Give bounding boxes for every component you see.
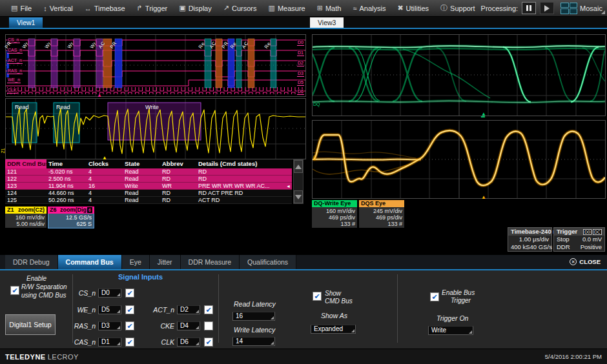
support-icon: ⓘ bbox=[440, 3, 448, 13]
tab-view3[interactable]: View3 bbox=[310, 17, 344, 28]
dq-write-eye-descriptor[interactable]: DQ-Write Eye 160 mV/div 469 ps/div 133 # bbox=[312, 200, 357, 228]
table-row-selected[interactable]: 12311.904 ns16WriteWR PRE WR WR WR WR AC… bbox=[5, 183, 292, 190]
tab-view1[interactable]: View1 bbox=[9, 17, 43, 28]
write-region-label: Write bbox=[145, 104, 159, 110]
menu-file[interactable]: ▤File bbox=[5, 0, 37, 17]
digital1-setup-button[interactable]: Digital1 Setup bbox=[5, 314, 56, 335]
table-header-bus: DDR Cmd Bus bbox=[5, 159, 46, 168]
ras-label: RAS_n bbox=[65, 322, 96, 330]
rw-separation-checkbox[interactable] bbox=[10, 286, 19, 295]
menu-vertical[interactable]: ↕Vertical bbox=[37, 0, 79, 17]
tab-jitter[interactable]: Jitter bbox=[150, 255, 181, 269]
pause-button[interactable] bbox=[522, 2, 536, 14]
dqs-eye-descriptor[interactable]: DQS Eye 245 mV/div 469 ps/div 133 # bbox=[359, 200, 404, 228]
cas-enable-checkbox[interactable] bbox=[125, 338, 134, 347]
zoom-trace-panel[interactable]: Read Read Write bbox=[5, 98, 306, 159]
file-icon: ▤ bbox=[11, 4, 17, 12]
tab-qualifications[interactable]: Qualifications bbox=[240, 255, 296, 269]
dqs-center-marker: ▲ bbox=[481, 195, 486, 200]
tab-ddr-debug[interactable]: DDR Debug bbox=[5, 255, 58, 269]
tab-command-bus[interactable]: Command Bus bbox=[58, 255, 122, 269]
ddr-debug-dialog: DDR Debug Command Bus Eye Jitter DDR Mea… bbox=[0, 255, 607, 349]
scroll-up-button[interactable] bbox=[294, 160, 303, 173]
table-header-abbrev: Abbrev bbox=[160, 159, 196, 168]
timebase-descriptor[interactable]: Timebase-240 ns 1.00 µs/div 400 kS40 GS/… bbox=[508, 227, 552, 252]
timebase-scale: 1.00 µs/div bbox=[519, 236, 549, 243]
processing-cluster: Processing: Mosaic Gesture Undo ↶ bbox=[481, 1, 607, 15]
read-latency-dropdown[interactable]: 16 bbox=[232, 312, 275, 321]
show-cmd-bus-checkbox[interactable] bbox=[313, 292, 322, 301]
close-button[interactable]: ✕ CLOSE bbox=[570, 258, 601, 265]
waveform-display-area: CS_n CAS_n ACT_n RAS_n WE_n CLK D0 D1 D2… bbox=[0, 29, 607, 255]
z6-name: Z6 bbox=[50, 207, 57, 214]
ras-enable-checkbox[interactable] bbox=[125, 321, 134, 330]
clk-source-dropdown[interactable]: D6 bbox=[177, 338, 200, 347]
enable-bus-trigger-checkbox[interactable] bbox=[430, 292, 439, 301]
tab-ddr-measure[interactable]: DDR Measure bbox=[181, 255, 240, 269]
table-row[interactable]: 12550.260 ns4ReadRDACT RD bbox=[5, 197, 292, 204]
timebase-rate: 40 GS/s bbox=[530, 243, 552, 251]
trigger-coupling-badge: DC bbox=[593, 229, 602, 235]
table-row[interactable]: 12444.660 ns4ReadRDRD ACT PRE RD bbox=[5, 190, 292, 197]
mosaic-selector[interactable]: Mosaic bbox=[558, 2, 605, 15]
menu-timebase[interactable]: ↔Timebase bbox=[79, 0, 131, 17]
menu-analysis[interactable]: ≈Analysis bbox=[347, 0, 391, 17]
table-scrollbar[interactable] bbox=[293, 159, 304, 204]
trigger-descriptor[interactable]: TriggerD0DC Stop0.0 mV DDRPositive bbox=[553, 227, 605, 252]
menu-file-label: File bbox=[20, 5, 32, 12]
cke-source-dropdown[interactable]: D4 bbox=[177, 321, 200, 330]
play-button[interactable] bbox=[540, 2, 554, 14]
we-source-dropdown[interactable]: D5 bbox=[98, 305, 121, 314]
dq-eye-name: DQ-Write Eye bbox=[314, 200, 351, 207]
menu-utilities[interactable]: ✖Utilities bbox=[391, 0, 435, 17]
z1-trace-label: Z1 bbox=[1, 148, 5, 153]
cas-source-dropdown[interactable]: D1 bbox=[98, 338, 121, 347]
table-row[interactable]: 121-5.020 ns4ReadRDRD bbox=[5, 168, 292, 176]
show-as-dropdown[interactable]: Expanded bbox=[311, 325, 356, 334]
menu-support[interactable]: ⓘSupport bbox=[435, 0, 481, 17]
show-as-label: Show As bbox=[321, 312, 347, 319]
z1-tdiv: 5.00 ns/div bbox=[7, 221, 45, 227]
z6-descriptor[interactable]: Z6zoom(Dig6 12.5 GS/s625 S bbox=[48, 207, 94, 228]
line-label-d3: D3 bbox=[297, 71, 304, 77]
menu-measure[interactable]: ▥Measure bbox=[262, 0, 311, 17]
menu-trigger[interactable]: ↱Trigger bbox=[131, 0, 174, 17]
cke-enable-checkbox[interactable] bbox=[204, 321, 213, 330]
dq-eye-panel[interactable]: DQ bbox=[312, 34, 606, 116]
menu-cursors[interactable]: ↗Cursors bbox=[218, 0, 263, 17]
clk-label: CLK bbox=[141, 338, 174, 346]
dqs-trace-panel[interactable]: 0 bbox=[312, 120, 606, 199]
cs-enable-checkbox[interactable] bbox=[125, 288, 134, 298]
cs-source-dropdown[interactable]: D0 bbox=[98, 288, 121, 298]
menu-timebase-label: Timebase bbox=[94, 5, 125, 12]
table-header-state: State bbox=[123, 159, 160, 168]
trigger-slope: Positive bbox=[581, 243, 602, 251]
trigger-level: 0.0 mV bbox=[582, 236, 602, 243]
menu-display[interactable]: ▣Display bbox=[173, 0, 217, 17]
tab-eye[interactable]: Eye bbox=[122, 255, 150, 269]
signal-label-clk: CLK bbox=[7, 88, 17, 94]
table-header-row: DDR Cmd Bus Time Clocks State Abbrev Det… bbox=[5, 159, 292, 168]
show-cmd-bus-label: ShowCMD Bus bbox=[325, 290, 353, 305]
we-label: WE_n bbox=[65, 306, 96, 314]
dq-eye-tdiv: 469 ps/div bbox=[314, 214, 355, 221]
signal-label-cas: CAS_n bbox=[7, 48, 23, 54]
trigger-on-label: Trigger On bbox=[437, 314, 468, 322]
dqs-eye-sweeps: 133 # bbox=[361, 221, 402, 227]
processing-label: Processing: bbox=[481, 5, 518, 12]
ras-source-dropdown[interactable]: D3 bbox=[98, 321, 121, 330]
write-latency-dropdown[interactable]: 14 bbox=[232, 337, 275, 346]
digital-bus-panel[interactable]: CS_n CAS_n ACT_n RAS_n WE_n CLK D0 D1 D2… bbox=[5, 34, 306, 97]
clk-enable-checkbox[interactable] bbox=[204, 338, 213, 347]
command-bus-panel-content: Enable R/W Separation using CMD Bus Digi… bbox=[0, 270, 607, 347]
line-label-d1: D1 bbox=[297, 50, 304, 56]
z1-descriptor[interactable]: Z1zoom(C2) 160 mV/div5.00 ns/div bbox=[5, 207, 46, 228]
we-enable-checkbox[interactable] bbox=[125, 305, 134, 314]
menu-math[interactable]: ⊞Math bbox=[311, 0, 347, 17]
table-row[interactable]: 1222.500 ns4ReadRDRD bbox=[5, 176, 292, 183]
table-header-clocks: Clocks bbox=[87, 159, 123, 168]
scroll-down-button[interactable] bbox=[294, 190, 303, 203]
trigger-on-dropdown[interactable]: Write bbox=[428, 326, 473, 335]
act-source-dropdown[interactable]: D2 bbox=[177, 305, 200, 314]
act-enable-checkbox[interactable] bbox=[204, 305, 213, 314]
